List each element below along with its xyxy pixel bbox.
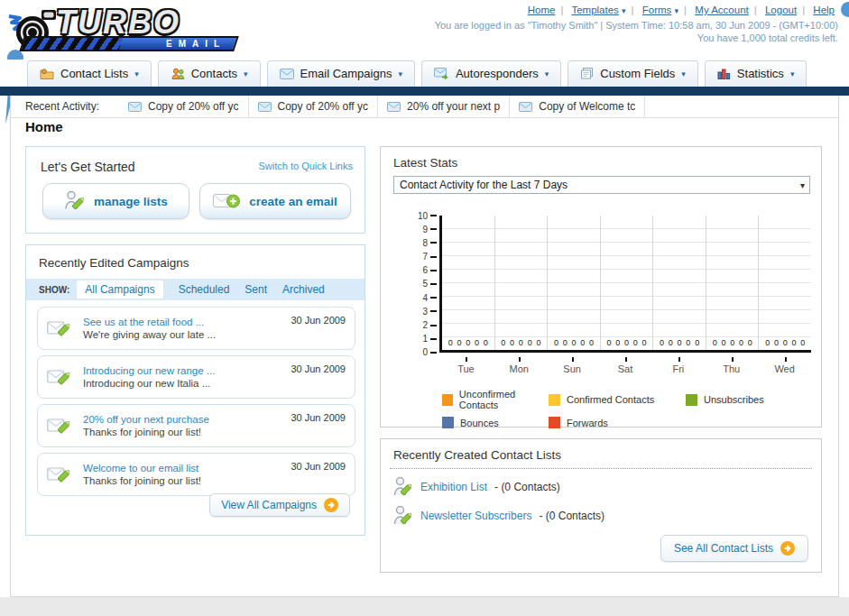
create-email-label: create an email bbox=[249, 195, 337, 208]
data-value-label: 0 bbox=[642, 338, 647, 347]
tab-contact-lists[interactable]: Contact Lists ▾ bbox=[27, 60, 152, 87]
view-all-campaigns-button[interactable]: View All Campaigns bbox=[209, 493, 350, 517]
recent-activity-item[interactable]: Copy of Welcome tc bbox=[510, 96, 645, 117]
contact-lists-title: Recently Created Contact Lists bbox=[393, 448, 561, 462]
help-bubble-icon[interactable] bbox=[841, 2, 849, 17]
get-started-panel: Let's Get Started Switch to Quick Links … bbox=[25, 146, 365, 234]
tab-autoresponders[interactable]: Autoresponders ▾ bbox=[421, 60, 561, 87]
data-value-label: 0 bbox=[606, 338, 611, 347]
campaign-title-link[interactable]: See us at the retail food ... bbox=[83, 317, 281, 327]
campaign-row[interactable]: Introducing our new range ... Introducin… bbox=[37, 355, 355, 399]
chevron-down-icon: ▾ bbox=[675, 6, 679, 15]
chart-plot-area: 00000000000000000000000000000000000 bbox=[439, 216, 811, 353]
data-value-label: 0 bbox=[510, 338, 514, 347]
person-pencil-icon bbox=[393, 475, 413, 499]
nav-my-account-link[interactable]: My Account bbox=[695, 5, 748, 15]
campaign-title-link[interactable]: Introducing our new range ... bbox=[83, 365, 281, 376]
data-value-label: 0 bbox=[448, 338, 453, 347]
data-value-label: 0 bbox=[678, 338, 682, 347]
show-label: SHOW: bbox=[39, 285, 69, 295]
tab-label: Statistics bbox=[737, 67, 784, 80]
data-value-label: 0 bbox=[484, 338, 488, 347]
x-tick-label: Tue bbox=[439, 357, 493, 374]
tab-label: Contact Lists bbox=[60, 67, 128, 80]
envelope-icon bbox=[258, 102, 272, 112]
tab-contacts[interactable]: Contacts ▾ bbox=[158, 60, 261, 87]
campaign-row[interactable]: 20% off your next purchase Thanks for jo… bbox=[37, 404, 355, 447]
manage-lists-button[interactable]: manage lists bbox=[42, 183, 189, 219]
legend-item: Forwards bbox=[549, 417, 686, 428]
filter-sent[interactable]: Sent bbox=[245, 283, 267, 296]
envelope-arrow-icon bbox=[434, 68, 449, 79]
dotted-divider bbox=[390, 468, 812, 469]
campaign-subtitle: We're giving away our late ... bbox=[83, 329, 281, 340]
chart-y-axis: 109876543210 bbox=[406, 216, 437, 353]
campaign-row[interactable]: Welcome to our email list Thanks for joi… bbox=[37, 453, 355, 496]
data-value-label: 0 bbox=[800, 338, 805, 347]
nav-home-link[interactable]: Home bbox=[528, 5, 556, 15]
person-pencil-icon bbox=[393, 504, 413, 528]
chart-day-column: 00000 bbox=[759, 216, 811, 350]
latest-stats-panel: Latest Stats Contact Activity for the La… bbox=[380, 146, 822, 428]
campaign-title-link[interactable]: Welcome to our email list bbox=[83, 463, 281, 473]
campaign-date: 30 Jun 2009 bbox=[291, 363, 346, 374]
data-value-label: 0 bbox=[624, 338, 629, 347]
data-value-label: 0 bbox=[748, 338, 752, 347]
chart-legend: Unconfirmed ContactsConfirmed ContactsUn… bbox=[442, 389, 764, 428]
legend-item: Unconfirmed Contacts bbox=[442, 389, 549, 410]
data-value-label: 0 bbox=[774, 338, 779, 347]
data-value-label: 0 bbox=[554, 338, 558, 347]
create-email-button[interactable]: create an email bbox=[199, 183, 351, 219]
tab-email-campaigns[interactable]: Email Campaigns ▾ bbox=[267, 60, 415, 87]
app-logo: TURBO EMAIL bbox=[5, 2, 249, 54]
campaign-row[interactable]: See us at the retail food ... We're givi… bbox=[37, 307, 355, 350]
tab-custom-fields[interactable]: Custom Fields ▾ bbox=[568, 60, 698, 87]
nav-logout-link[interactable]: Logout bbox=[765, 5, 797, 15]
filter-archived[interactable]: Archived bbox=[282, 283, 325, 296]
x-tick-label: Sun bbox=[546, 357, 599, 374]
credits-text: You have 1,000 total credits left. bbox=[697, 32, 838, 43]
chevron-down-icon: ▾ bbox=[800, 180, 805, 190]
latest-stats-title: Latest Stats bbox=[393, 156, 457, 170]
contact-list-link[interactable]: Newsletter Subscribers bbox=[420, 510, 531, 522]
chevron-down-icon: ▾ bbox=[398, 69, 402, 78]
navy-divider-bar bbox=[0, 87, 849, 96]
list-item[interactable]: Exhibition List - (0 Contacts) bbox=[393, 475, 604, 499]
envelope-icon bbox=[519, 102, 532, 112]
person-pencil-icon bbox=[64, 189, 86, 213]
recent-activity-item[interactable]: Copy of 20% off yc bbox=[249, 96, 379, 117]
campaign-title-link[interactable]: 20% off your next purchase bbox=[83, 414, 281, 425]
nav-help-link[interactable]: Help bbox=[813, 5, 835, 15]
recent-activity-item[interactable]: Copy of 20% off yc bbox=[119, 96, 249, 117]
nav-forms-link[interactable]: Forms bbox=[642, 5, 672, 15]
switch-quick-links[interactable]: Switch to Quick Links bbox=[258, 161, 353, 171]
filter-scheduled[interactable]: Scheduled bbox=[179, 283, 230, 296]
x-tick-label: Mon bbox=[493, 357, 546, 374]
campaign-date: 30 Jun 2009 bbox=[291, 412, 346, 423]
chevron-down-icon: ▾ bbox=[681, 69, 686, 78]
data-value-label: 0 bbox=[501, 338, 505, 347]
arrow-right-icon bbox=[780, 541, 795, 556]
contact-list-link[interactable]: Exhibition List bbox=[420, 481, 487, 493]
tab-statistics[interactable]: Statistics ▾ bbox=[705, 60, 807, 87]
header: TURBO EMAIL Home| Templates ▾| Forms ▾| … bbox=[0, 0, 849, 60]
envelope-pencil-icon bbox=[47, 464, 74, 485]
chart-day-column: 00000 bbox=[548, 216, 601, 350]
recent-activity-item[interactable]: 20% off your next p bbox=[378, 96, 510, 117]
data-value-label: 0 bbox=[730, 338, 734, 347]
legend-item: Confirmed Contacts bbox=[549, 389, 686, 410]
nav-templates-link[interactable]: Templates bbox=[571, 5, 618, 15]
logo-stripes bbox=[22, 38, 123, 50]
logo-banner: EMAIL bbox=[19, 36, 239, 51]
data-value-label: 0 bbox=[792, 338, 797, 347]
recent-activity-bar: Recent Activity: Copy of 20% off yc Copy… bbox=[11, 96, 838, 118]
stats-dropdown-value: Contact Activity for the Last 7 Days bbox=[400, 179, 568, 191]
envelope-plus-icon bbox=[213, 192, 241, 210]
see-all-contact-lists-button[interactable]: See All Contact Lists bbox=[660, 535, 808, 562]
filter-all-campaigns[interactable]: All Campaigns bbox=[77, 280, 162, 299]
top-nav: Home| Templates ▾| Forms ▾| My Account| … bbox=[528, 5, 835, 15]
bar-chart-icon bbox=[717, 68, 731, 79]
stats-dropdown[interactable]: Contact Activity for the Last 7 Days ▾ bbox=[393, 176, 810, 194]
pages-icon bbox=[580, 68, 594, 79]
list-item[interactable]: Newsletter Subscribers - (0 Contacts) bbox=[393, 504, 604, 528]
